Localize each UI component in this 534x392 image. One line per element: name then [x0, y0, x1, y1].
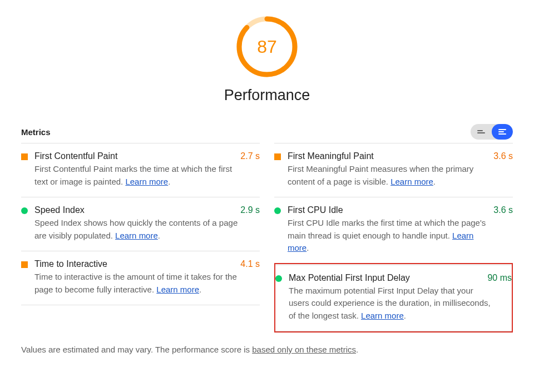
metric-desc-after: . [158, 231, 160, 240]
performance-header: 87 Performance [21, 14, 513, 104]
status-average-icon [21, 261, 28, 268]
detailed-icon [498, 129, 506, 135]
metric-body: Speed Index2.9 sSpeed Index shows how qu… [34, 205, 260, 242]
metric-desc-text: First Meaningful Paint measures when the… [288, 164, 473, 186]
score-value: 87 [235, 14, 299, 79]
metric-value: 2.7 s [240, 151, 260, 161]
metric-body: First CPU Idle3.6 sFirst CPU Idle marks … [288, 205, 513, 255]
metric-desc-after: . [404, 311, 406, 320]
category-title: Performance [21, 87, 513, 104]
status-good-icon [21, 207, 28, 214]
metric-title: Speed Index [34, 205, 85, 215]
view-toggle [471, 124, 513, 140]
metric-body: First Contentful Paint2.7 sFirst Content… [34, 151, 260, 188]
metric-value: 3.6 s [493, 151, 513, 161]
metric-row: First Meaningful Paint3.6 sFirst Meaning… [274, 143, 513, 197]
metrics-heading: Metrics [21, 127, 51, 137]
metric-desc-after: . [199, 285, 201, 294]
footnote-text: Values are estimated and may vary. The p… [21, 345, 252, 354]
metric-description: Time to interactive is the amount of tim… [34, 271, 240, 296]
status-average-icon [274, 153, 281, 160]
metric-description: First Meaningful Paint measures when the… [288, 163, 493, 188]
metric-description: First CPU Idle marks the first time at w… [288, 217, 493, 255]
metric-value: 3.6 s [493, 205, 513, 215]
view-detailed-button[interactable] [492, 124, 513, 140]
metric-row: Time to Interactive4.1 sTime to interact… [21, 251, 260, 305]
metric-row: Speed Index2.9 sSpeed Index shows how qu… [21, 197, 260, 251]
compact-icon [477, 130, 485, 133]
learn-more-link[interactable]: Learn more [125, 177, 168, 186]
metric-title: First Meaningful Paint [288, 151, 374, 161]
metric-desc-after: . [433, 177, 436, 186]
metric-row: First Contentful Paint2.7 sFirst Content… [21, 143, 260, 197]
metric-row: Max Potential First Input Delay90 msThe … [275, 265, 512, 332]
metric-description: Speed Index shows how quickly the conten… [34, 217, 240, 242]
learn-more-link[interactable]: Learn more [115, 231, 158, 240]
metric-desc-text: Time to interactive is the amount of tim… [34, 272, 237, 294]
metric-row: First CPU Idle3.6 sFirst CPU Idle marks … [274, 197, 513, 264]
score-gauge: 87 [235, 14, 299, 79]
metric-title: First Contentful Paint [34, 151, 117, 161]
metric-title: Time to Interactive [34, 259, 107, 269]
metric-body: Max Potential First Input Delay90 msThe … [289, 273, 512, 322]
metric-value: 2.9 s [240, 205, 260, 215]
metric-body: First Meaningful Paint3.6 sFirst Meaning… [288, 151, 513, 188]
view-compact-button[interactable] [471, 124, 492, 140]
metric-value: 4.1 s [240, 259, 260, 269]
metric-title: Max Potential First Input Delay [289, 273, 410, 283]
metric-title: First CPU Idle [288, 205, 343, 215]
footnote: Values are estimated and may vary. The p… [21, 345, 513, 354]
learn-more-link[interactable]: Learn more [156, 285, 199, 294]
metric-desc-after: . [168, 177, 170, 186]
status-average-icon [21, 153, 28, 160]
status-good-icon [274, 207, 281, 214]
metric-desc-after: . [306, 243, 309, 252]
metric-body: Time to Interactive4.1 sTime to interact… [34, 259, 260, 296]
learn-more-link[interactable]: Learn more [361, 311, 404, 320]
metric-description: The maximum potential First Input Delay … [289, 285, 495, 322]
metric-value: 90 ms [487, 273, 512, 283]
status-good-icon [275, 275, 282, 282]
learn-more-link[interactable]: Learn more [390, 177, 433, 186]
highlighted-metric: Max Potential First Input Delay90 msThe … [274, 263, 513, 333]
footnote-after: . [356, 345, 358, 354]
footnote-link[interactable]: based only on these metrics [252, 345, 356, 354]
metric-description: First Contentful Paint marks the time at… [34, 163, 240, 188]
